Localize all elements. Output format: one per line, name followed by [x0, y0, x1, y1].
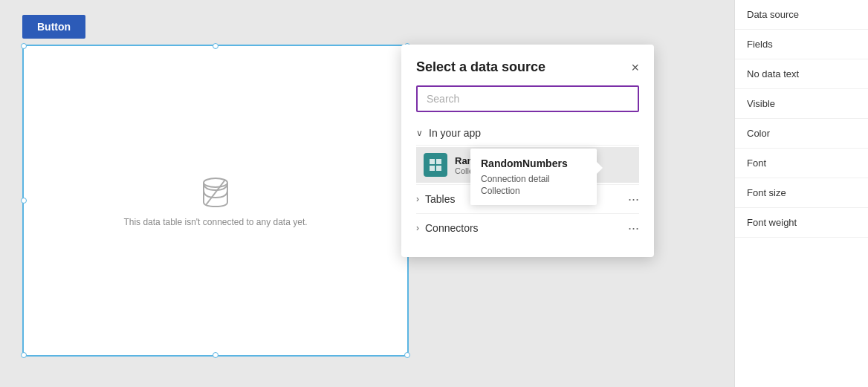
chevron-right-icon-connectors: ›: [416, 223, 419, 233]
panel-item-data-source[interactable]: Data source: [735, 0, 868, 30]
canvas-button[interactable]: Button: [22, 15, 85, 39]
connectors-label: Connectors: [425, 222, 622, 234]
panel-item-color[interactable]: Color: [735, 119, 868, 149]
connectors-row[interactable]: › Connectors ···: [416, 213, 639, 242]
tooltip-title: RandomNumbers: [481, 157, 586, 169]
panel-item-visible[interactable]: Visible: [735, 89, 868, 119]
panel-item-font-weight[interactable]: Font weight: [735, 208, 868, 238]
tooltip-popup: RandomNumbers Connection detail Collecti…: [470, 149, 597, 205]
datatable-frame[interactable]: This data table isn't connected to any d…: [22, 45, 409, 357]
modal-header: Select a data source ×: [416, 59, 639, 75]
panel-item-no-data-text[interactable]: No data text: [735, 59, 868, 89]
chevron-down-icon: ∨: [416, 128, 423, 138]
datatable-placeholder-text: This data table isn't connected to any d…: [123, 217, 307, 227]
handle-middle-left[interactable]: [21, 198, 27, 204]
chevron-right-icon-tables: ›: [416, 194, 419, 204]
right-panel: Data source Fields No data text Visible …: [734, 0, 868, 387]
svg-rect-2: [430, 159, 435, 164]
panel-item-font-size[interactable]: Font size: [735, 178, 868, 208]
handle-bottom-right[interactable]: [404, 352, 410, 358]
handle-bottom-center[interactable]: [213, 352, 218, 358]
modal-title: Select a data source: [416, 59, 545, 75]
panel-item-fields[interactable]: Fields: [735, 30, 868, 59]
database-icon: [197, 174, 234, 211]
collection-icon: [424, 153, 447, 177]
panel-item-font[interactable]: Font: [735, 149, 868, 178]
canvas-area: Button This data table isn't connected t…: [0, 0, 734, 387]
svg-rect-4: [430, 166, 435, 171]
in-your-app-label: In your app: [429, 127, 481, 139]
svg-rect-5: [436, 166, 441, 171]
handle-top-center[interactable]: [213, 43, 218, 49]
tooltip-connection-detail: Connection detail: [481, 174, 586, 184]
tooltip-collection-type: Collection: [481, 186, 586, 196]
connectors-more-icon[interactable]: ···: [628, 221, 639, 235]
search-input[interactable]: [416, 85, 639, 112]
handle-top-left[interactable]: [21, 43, 27, 49]
modal-close-button[interactable]: ×: [631, 61, 639, 74]
tables-more-icon[interactable]: ···: [628, 192, 639, 206]
in-your-app-section[interactable]: ∨ In your app: [416, 121, 639, 146]
svg-rect-3: [436, 159, 441, 164]
svg-line-1: [206, 180, 225, 205]
handle-bottom-left[interactable]: [21, 352, 27, 358]
